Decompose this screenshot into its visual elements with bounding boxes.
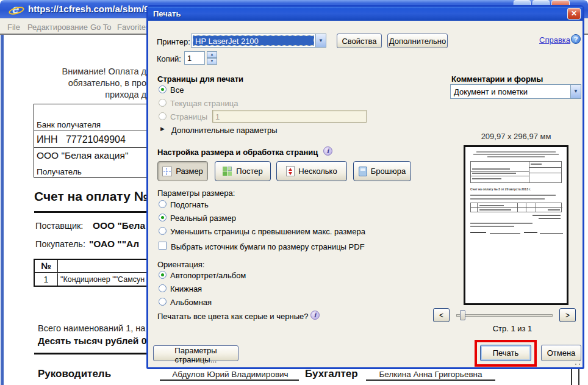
- director-label: Руководитель: [38, 368, 111, 380]
- next-page-button[interactable]: >: [559, 308, 576, 322]
- dialog-titlebar[interactable]: Печать ✕: [148, 7, 583, 21]
- close-icon[interactable]: ✕: [567, 8, 581, 20]
- grayscale-label: Печатать все цвета как серые и черные?: [157, 312, 308, 321]
- org-name: ООО "Белая акация": [37, 150, 128, 161]
- preview-bank-table: [470, 161, 562, 183]
- page-slider-track[interactable]: [456, 314, 553, 317]
- copies-value: 1: [187, 54, 192, 63]
- buyer-value: "ОАО ""Ал: [89, 239, 139, 250]
- signature-line: [366, 380, 495, 381]
- printer-select[interactable]: HP LaserJet 2100 ▼: [191, 34, 326, 48]
- recipient-label: Получатель: [37, 167, 82, 176]
- menu-favorites[interactable]: Favorites: [117, 23, 149, 32]
- supplier-label: Поставщик:: [35, 221, 83, 231]
- copies-stepper[interactable]: ▲ ▼: [207, 51, 217, 65]
- signature-line: [160, 380, 299, 381]
- buyer-label: Покупатель:: [35, 239, 85, 249]
- info-icon[interactable]: i: [323, 146, 332, 156]
- radio-auto-orientation[interactable]: [159, 271, 167, 279]
- spin-up-icon[interactable]: ▲: [207, 51, 217, 58]
- size-params-label: Параметры размера:: [157, 189, 235, 198]
- multiple-tool-button[interactable]: Несколько: [276, 161, 347, 181]
- help-icon[interactable]: ?: [571, 34, 581, 44]
- poster-icon: [223, 167, 232, 176]
- page-info: Стр. 1 из 1: [485, 324, 540, 333]
- radio-page-range-label: Страницы: [170, 112, 207, 121]
- booklet-icon: [359, 167, 367, 176]
- comments-selected-value: Документ и пометки: [454, 87, 528, 96]
- page-slider-thumb[interactable]: [460, 310, 465, 320]
- menu-file[interactable]: File: [7, 23, 20, 32]
- expand-arrow-icon[interactable]: ▶: [160, 126, 165, 132]
- radio-fit[interactable]: [159, 200, 167, 208]
- pages-section-title: Страницы для печати: [157, 74, 243, 84]
- divider: [34, 211, 156, 213]
- dialog-body: Принтер: HP LaserJet 2100 ▼ Свойства Доп…: [148, 21, 583, 367]
- radio-shrink[interactable]: [159, 227, 167, 235]
- size-tool-button[interactable]: Размер: [157, 161, 208, 181]
- radio-all-pages[interactable]: [159, 85, 167, 93]
- info-icon[interactable]: i: [310, 311, 320, 320]
- radio-page-range: [159, 112, 167, 120]
- copies-input[interactable]: 1: [184, 51, 205, 65]
- invoice-heading: Счет на оплату №: [34, 189, 148, 204]
- supplier-value: ООО "Бела: [93, 220, 145, 231]
- director-name: Абдулов Юрий Владимирович: [165, 370, 296, 379]
- prev-page-button[interactable]: <: [433, 308, 450, 322]
- menu-goto[interactable]: Go To: [90, 23, 111, 32]
- comments-select[interactable]: Документ и пометки ▼: [450, 84, 581, 99]
- radio-auto-orientation-label[interactable]: Автопортрет/альбом: [170, 271, 246, 280]
- menu-edit[interactable]: Редактирование: [27, 23, 88, 32]
- window-frame: [1, 35, 4, 385]
- totals-count-line: Всего наименований 1, на: [38, 323, 145, 333]
- radio-portrait-label[interactable]: Книжная: [170, 284, 202, 293]
- accountant-label: Бухгалтер: [305, 368, 358, 380]
- print-preview: Счет на оплату № 3 от 20 августа 2013 г.: [464, 145, 568, 305]
- size-icon: [162, 167, 172, 176]
- invoice-warning-text: Внимание! Оплата д обязательно, в про пр…: [24, 66, 146, 101]
- totals-words-line: Десять тысяч рублей 00: [38, 336, 152, 347]
- printer-label: Принтер:: [157, 37, 190, 46]
- radio-landscape-label[interactable]: Альбомная: [170, 298, 212, 307]
- radio-current-page: [159, 99, 167, 107]
- chevron-down-icon[interactable]: ▼: [570, 85, 581, 98]
- multiple-icon: [286, 166, 295, 176]
- radio-fit-label[interactable]: Подогнать: [170, 200, 209, 209]
- orientation-label: Ориентация:: [157, 260, 204, 269]
- booklet-tool-button[interactable]: Брошюра: [353, 161, 411, 181]
- comments-section-title: Комментарии и формы: [451, 74, 543, 84]
- more-options-toggle[interactable]: Дополнительные параметры: [171, 126, 278, 135]
- preview-invoice-title: Счет на оплату № 3 от 20 августа 2013 г.: [470, 187, 531, 191]
- advanced-button[interactable]: Дополнительно: [387, 34, 448, 48]
- radio-actual-size-label[interactable]: Реальный размер: [170, 214, 236, 223]
- radio-actual-size[interactable]: [159, 214, 167, 221]
- dialog-title: Печать: [153, 9, 181, 18]
- preview-items-table: [470, 203, 562, 212]
- ie-logo-icon: e: [9, 2, 26, 16]
- radio-all-pages-label[interactable]: Все: [170, 85, 184, 95]
- size-section-title: Настройка размера и обработка страниц: [157, 148, 318, 157]
- radio-shrink-label[interactable]: Уменьшить страницы с превышением макс. р…: [170, 227, 365, 236]
- copies-label: Копий:: [157, 54, 181, 63]
- divider: [34, 353, 156, 354]
- spin-down-icon[interactable]: ▼: [207, 58, 217, 65]
- page-range-input: 1: [212, 110, 367, 123]
- paper-size-label: 209,97 x 296,97 мм: [470, 132, 562, 141]
- accountant-name: Белкина Анна Григорьевна: [371, 370, 490, 379]
- radio-portrait[interactable]: [159, 284, 167, 292]
- resize-grip[interactable]: [574, 359, 581, 366]
- print-dialog: Печать ✕ Принтер: HP LaserJet 2100 ▼ Сво…: [146, 5, 584, 369]
- radio-current-page-label: Текущая страница: [170, 99, 238, 108]
- help-link[interactable]: Справка: [539, 35, 570, 45]
- poster-tool-button[interactable]: Постер: [215, 161, 271, 181]
- radio-landscape[interactable]: [159, 298, 167, 306]
- properties-button[interactable]: Свойства: [337, 34, 382, 48]
- paper-source-checkbox[interactable]: [159, 242, 167, 250]
- chevron-down-icon[interactable]: ▼: [315, 34, 326, 47]
- page-setup-button[interactable]: Параметры страницы...: [153, 345, 238, 361]
- paper-source-checkbox-label[interactable]: Выбрать источник бумаги по размеру стран…: [171, 242, 365, 251]
- print-button[interactable]: Печать: [480, 345, 531, 361]
- printer-selected-value: HP LaserJet 2100: [193, 35, 314, 46]
